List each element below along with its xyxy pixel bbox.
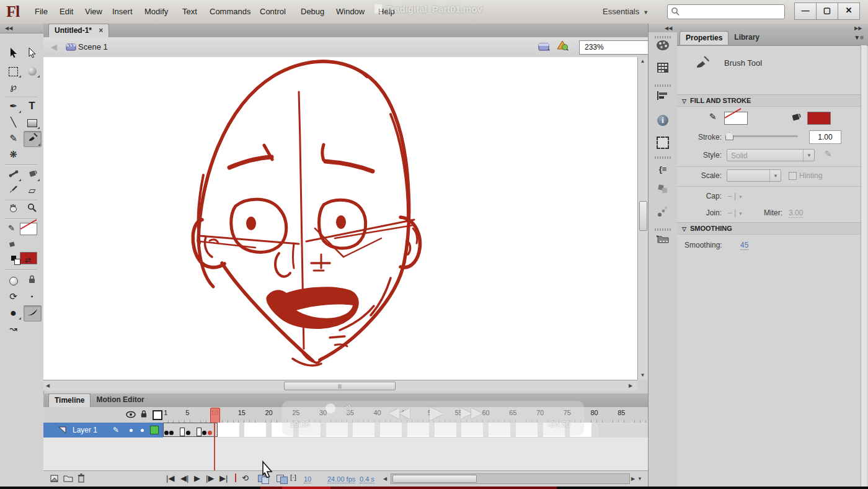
zoom-tool[interactable] — [24, 202, 40, 217]
menu-debug[interactable]: Debug — [301, 7, 324, 16]
hand-tool[interactable] — [5, 202, 22, 217]
new-folder-icon[interactable] — [63, 474, 73, 482]
timeline-scroll-thumb[interactable] — [392, 475, 477, 483]
timeline-scroll-left-icon[interactable]: ◀ — [383, 476, 387, 482]
stage-horizontal-scrollbar[interactable]: ◀ ||| ▶ — [43, 380, 637, 391]
keyframe-dot[interactable] — [208, 431, 212, 435]
onion-outline-button-2[interactable] — [280, 477, 288, 484]
stroke-slider-thumb[interactable] — [725, 132, 733, 140]
new-layer-icon[interactable] — [50, 474, 59, 483]
smoothing-section-header[interactable]: ▽SMOOTHING — [677, 222, 861, 235]
brush-size-option[interactable]: ● — [5, 305, 22, 320]
tab-library[interactable]: Library — [728, 31, 765, 44]
pencil-tool[interactable]: ✎ — [5, 131, 22, 146]
close-button[interactable]: ✕ — [838, 2, 860, 20]
pen-tool[interactable]: ✒ — [5, 99, 22, 114]
span-end-marker[interactable] — [197, 428, 202, 436]
components-panel-button[interactable] — [653, 184, 672, 200]
stroke-style-dropdown[interactable]: Solid ▼ — [727, 149, 815, 161]
step-back-button[interactable]: ◀| — [180, 473, 188, 483]
layer-row[interactable]: Layer 1 ✎ — [43, 423, 163, 437]
loop-button[interactable]: ⟲ — [242, 473, 249, 483]
stroke-color-swatch[interactable] — [724, 112, 748, 125]
lasso-tool[interactable]: ℘ — [5, 79, 22, 94]
info-panel-button[interactable]: i — [653, 112, 672, 128]
lock-layers-icon[interactable] — [140, 410, 148, 418]
black-white-colors-button[interactable] — [11, 256, 20, 264]
text-tool[interactable]: T — [24, 99, 40, 114]
subselection-tool[interactable] — [24, 47, 40, 62]
frame-rate-value[interactable]: 24.00 fps — [327, 475, 355, 483]
keyframe-dot[interactable] — [202, 431, 206, 435]
edit-stroke-style-icon[interactable]: ✎ — [825, 149, 832, 159]
scroll-right-icon[interactable]: ▶ — [629, 383, 632, 388]
eraser-tool[interactable]: ▱ — [24, 183, 40, 198]
fill-color-swatch[interactable] — [807, 112, 831, 125]
stroke-weight-slider[interactable] — [727, 135, 798, 137]
vertical-scroll-thumb[interactable] — [639, 201, 647, 231]
grip-handle[interactable] — [655, 228, 671, 231]
rectangle-tool[interactable] — [24, 115, 40, 130]
step-forward-button[interactable]: |▶ — [206, 473, 214, 483]
timeline-scroll-right-icon[interactable]: ▶ — [631, 476, 635, 482]
code-snippets-panel-button[interactable]: {≡ — [653, 161, 672, 177]
smoothing-value[interactable]: 45 — [740, 241, 748, 250]
cap-dropdown[interactable]: – | ▼ — [728, 192, 743, 200]
layer-name[interactable]: Layer 1 — [73, 423, 97, 437]
hinting-checkbox[interactable] — [789, 172, 797, 180]
rotation-3d-tool[interactable] — [24, 63, 40, 78]
delete-trash-icon[interactable] — [78, 473, 85, 483]
tools-panel-header[interactable]: ◀◀ — [0, 24, 48, 34]
frame-cell[interactable] — [591, 423, 598, 437]
edit-multiple-frames-button[interactable]: [·] — [290, 473, 296, 481]
menu-commands[interactable]: Commands — [210, 7, 250, 16]
free-transform-tool[interactable] — [5, 63, 22, 78]
brush-tool-selected[interactable] — [24, 131, 42, 147]
menu-edit[interactable]: Edit — [60, 7, 73, 16]
project-panel-button[interactable] — [653, 233, 672, 249]
brush-mode-option[interactable]: ⟳ — [5, 289, 22, 304]
stage-vertical-scrollbar[interactable]: ▲ ▼ — [637, 57, 648, 380]
collapse-panel-icon[interactable]: ◀◀ — [665, 25, 672, 31]
keyframe-dot[interactable] — [186, 431, 190, 435]
document-tab[interactable]: Untitled-1* × — [48, 24, 109, 37]
stroke-weight-input[interactable] — [809, 130, 841, 144]
menu-insert[interactable]: Insert — [112, 7, 133, 16]
go-to-last-frame-button[interactable]: ▶| — [219, 473, 228, 483]
menu-file[interactable]: File — [35, 7, 48, 16]
maximize-button[interactable]: ▢ — [816, 2, 838, 20]
span-end-marker[interactable] — [180, 428, 185, 436]
brush-size-dot-option[interactable]: ▪ — [24, 289, 40, 304]
stage-canvas[interactable] — [43, 57, 637, 380]
edit-symbols-button[interactable] — [557, 40, 572, 54]
layer-unlocked-dot[interactable] — [141, 429, 144, 432]
join-dropdown[interactable]: – | ▼ — [728, 209, 743, 217]
stroke-color-swatch[interactable] — [20, 223, 37, 235]
brush-shape-option[interactable] — [24, 305, 42, 321]
back-arrow-icon[interactable]: ◀ — [51, 42, 57, 52]
brush-tilt-option[interactable]: ↝ — [5, 321, 22, 336]
fill-stroke-section-header[interactable]: ▽FILL AND STROKE — [677, 94, 861, 107]
scroll-left-icon[interactable]: ◀ — [46, 383, 50, 388]
current-frame-value[interactable]: 10 — [304, 475, 311, 483]
swap-colors-button[interactable]: ⇄ — [25, 256, 31, 264]
edit-scene-button[interactable] — [538, 40, 553, 54]
align-panel-button[interactable] — [653, 89, 672, 105]
timeline-horizontal-scrollbar[interactable] — [391, 473, 630, 484]
menu-text[interactable]: Text — [182, 7, 197, 16]
playhead-marker[interactable] — [210, 408, 220, 423]
line-tool[interactable]: ╲ — [5, 115, 22, 130]
grip-handle[interactable] — [655, 156, 671, 159]
layer-visible-dot[interactable] — [130, 429, 133, 432]
horizontal-scroll-thumb[interactable]: ||| — [284, 382, 396, 390]
grip-handle[interactable] — [655, 36, 671, 38]
go-to-first-frame-button[interactable]: |◀ — [166, 473, 174, 483]
search-input[interactable] — [667, 4, 785, 19]
menu-view[interactable]: View — [85, 7, 102, 16]
tab-properties[interactable]: Properties — [680, 31, 728, 45]
bone-tool[interactable] — [5, 167, 22, 182]
paint-bucket-tool[interactable] — [24, 167, 40, 182]
stroke-scale-dropdown[interactable]: ▼ — [727, 169, 781, 182]
properties-scrollbar[interactable] — [861, 45, 867, 487]
layer-outline-color-swatch[interactable] — [150, 426, 159, 434]
